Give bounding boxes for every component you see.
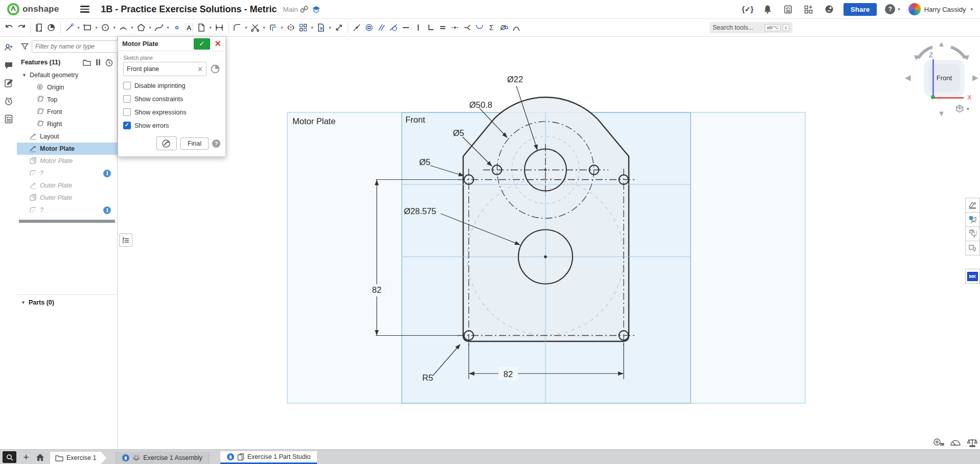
brand-name[interactable]: onshape (22, 4, 59, 14)
add-folder-icon[interactable] (83, 59, 91, 66)
clear-selection-icon[interactable]: ✕ (197, 65, 203, 73)
undo-icon[interactable] (3, 21, 15, 34)
appearance-panel-tab[interactable] (965, 198, 980, 213)
tree-item-top-plane[interactable]: Top (17, 94, 117, 106)
tree-item-outer-plate-extrude[interactable]: Outer Plate (17, 192, 117, 204)
add-tab-button[interactable]: + (19, 451, 33, 463)
tangent-constraint-icon[interactable] (388, 21, 400, 34)
document-title[interactable]: 1B - Practice Exercise Solutions - Metri… (101, 4, 277, 15)
circle-tool-icon[interactable] (99, 21, 111, 34)
transform-tool-icon[interactable] (333, 21, 345, 34)
concentric-constraint-icon[interactable] (363, 21, 375, 34)
sketch-plane-field[interactable]: Front plane ✕ (123, 62, 207, 76)
rotate-down-arrow[interactable]: ▼ (938, 109, 945, 117)
dimension-tool-icon[interactable] (213, 21, 225, 34)
tree-item-outer-plate-sketch[interactable]: Outer Plate (17, 179, 117, 192)
dim-bolt-circle[interactable]: Ø50.8 (469, 100, 492, 109)
learning-center-icon[interactable] (823, 3, 835, 15)
checkbox-show-errors[interactable]: Show errors (123, 122, 220, 129)
midpoint-constraint-icon[interactable] (449, 21, 461, 34)
mate-connector-icon[interactable] (210, 64, 220, 74)
redo-icon[interactable] (15, 21, 28, 34)
checkbox-show-expressions[interactable]: Show expressions (123, 108, 220, 116)
dim-width[interactable]: 82 (504, 369, 513, 379)
rotate-right-arrow[interactable]: ▶ (972, 74, 978, 81)
filter-funnel-icon[interactable] (21, 42, 29, 51)
tree-item-motor-plate-sketch[interactable]: Motor Plate (17, 143, 117, 155)
filter-input[interactable] (32, 40, 119, 53)
checkbox-box[interactable] (123, 122, 131, 129)
view-menu[interactable]: ▾ (955, 104, 969, 113)
commit-button[interactable]: ✓ (194, 38, 210, 50)
chevron-down-icon[interactable]: ▼ (21, 300, 26, 305)
checkbox-box[interactable] (123, 95, 131, 103)
versions-icon[interactable]: {✓} (742, 5, 754, 13)
point-tool-icon[interactable] (171, 21, 183, 34)
avatar[interactable] (908, 3, 921, 15)
part-outline[interactable] (463, 97, 629, 341)
checkbox-disable-imprinting[interactable]: Disable imprinting (123, 82, 220, 89)
dim-center-hole[interactable]: Ø28.575 (404, 206, 436, 216)
spline-tool-caret-icon[interactable]: ▾ (165, 21, 171, 34)
fillet-tool-icon[interactable] (231, 21, 243, 34)
trim-tool-caret-icon[interactable]: ▾ (261, 21, 267, 34)
tab-exercise-1-folder[interactable]: Exercise 1 (50, 452, 106, 464)
sketch-tool-icon[interactable] (45, 21, 58, 34)
equal-constraint-icon[interactable] (437, 21, 449, 34)
comments-icon[interactable] (4, 60, 14, 71)
horizontal-constraint-icon[interactable] (400, 21, 412, 34)
arc-tool-icon[interactable] (117, 21, 129, 34)
search-tools-box[interactable]: Search tools... alt/⌥ c (710, 22, 792, 33)
polygon-tool-icon[interactable] (135, 21, 147, 34)
update-available-badge[interactable] (103, 170, 111, 177)
arch-tool-icon[interactable] (510, 21, 522, 34)
learning-badge-icon[interactable] (310, 3, 323, 15)
task-list-icon[interactable] (782, 3, 794, 15)
share-button[interactable]: Share (844, 3, 877, 16)
normal-constraint-icon[interactable] (461, 21, 473, 34)
properties-list-icon[interactable] (4, 114, 14, 124)
sheet-metal-icon[interactable] (33, 21, 45, 34)
top-center-point[interactable] (544, 169, 546, 171)
dim-corner-radius[interactable]: R5 (422, 373, 433, 382)
import-dxf-icon[interactable] (315, 21, 327, 34)
tab-exercise-1-part-studio[interactable]: Exercise 1 Part Studio (220, 451, 317, 464)
circle-tool-caret-icon[interactable]: ▾ (111, 21, 117, 34)
edit-notes-icon[interactable] (4, 78, 14, 88)
mirror-tool-icon[interactable] (285, 21, 297, 34)
configurations-panel-tab[interactable]: { } (965, 226, 980, 241)
update-available-badge[interactable] (103, 206, 111, 214)
pattern-tool-caret-icon[interactable]: ▾ (309, 21, 315, 34)
curvature-constraint-icon[interactable] (473, 21, 486, 34)
fillet-tool-caret-icon[interactable]: ▾ (243, 21, 249, 34)
rollback-bar[interactable] (19, 220, 115, 223)
vertical-constraint-icon[interactable] (412, 21, 424, 34)
follow-mode-icon[interactable] (4, 42, 14, 53)
text-tool-icon[interactable]: A (183, 21, 195, 34)
home-button[interactable] (33, 451, 47, 463)
suppress-pause-icon[interactable] (96, 59, 101, 66)
rectangle-tool-caret-icon[interactable]: ▾ (94, 21, 99, 34)
arc-tool-caret-icon[interactable]: ▾ (129, 21, 135, 34)
checkbox-show-constraints[interactable]: Show constraints (123, 95, 220, 103)
line-tool-caret-icon[interactable]: ▾ (76, 21, 81, 34)
help-menu[interactable]: ? ▾ (885, 4, 900, 14)
rotate-up-arrow[interactable]: ▲ (938, 40, 945, 48)
spline-tool-icon[interactable] (153, 21, 165, 34)
named-views-panel-tab[interactable] (965, 212, 980, 227)
checkbox-box[interactable] (123, 82, 131, 89)
rectangle-tool-icon[interactable] (81, 21, 94, 34)
import-dxf-caret-icon[interactable]: ▾ (327, 21, 333, 34)
trim-tool-icon[interactable] (249, 21, 261, 34)
display-states-panel-tab[interactable] (965, 241, 980, 256)
parts-header[interactable]: ▼ Parts (0) (21, 299, 113, 306)
final-button[interactable]: Final (180, 137, 209, 150)
protractor-icon[interactable] (949, 437, 962, 448)
tree-item-right-plane[interactable]: Right (17, 118, 117, 130)
dim-hole-top[interactable]: Ø22 (507, 75, 523, 84)
driven-dimension-icon[interactable] (498, 21, 510, 34)
notifications-bell-icon[interactable] (762, 3, 774, 15)
tree-item-layout-sketch[interactable]: Layout (17, 130, 117, 143)
dialog-help-icon[interactable]: ? (212, 140, 220, 148)
offset-tool-caret-icon[interactable]: ▾ (279, 21, 285, 34)
